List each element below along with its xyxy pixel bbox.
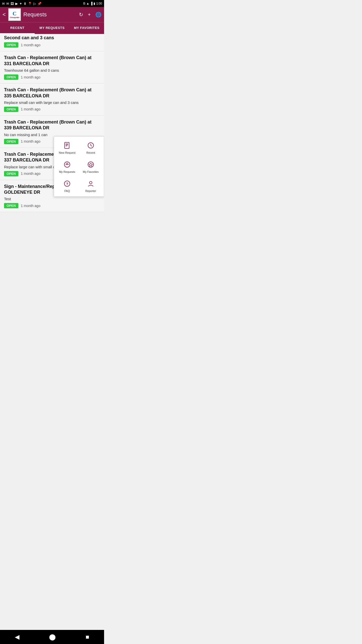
- request-title: Trash Can - Replacement (Brown Can) at 3…: [4, 87, 100, 99]
- popup-new-request-label: New Request: [59, 151, 75, 154]
- my-requests-icon: [62, 160, 72, 169]
- list-item[interactable]: Sign - Maintenance/Repair at 1802 GOLDEN…: [0, 180, 104, 212]
- popup-faq[interactable]: ? FAQ: [57, 177, 78, 194]
- svg-rect-0: [65, 142, 69, 148]
- svg-point-8: [88, 162, 94, 167]
- gallery-icon: 🖼: [11, 2, 14, 6]
- recent-icon: [86, 141, 96, 150]
- logo-letter: C: [10, 11, 19, 17]
- svg-text:?: ?: [66, 182, 68, 186]
- request-title: Second can and 3 cans: [4, 35, 100, 41]
- status-bar: ✉ ✉ 🖼 ▶ ✦ ⬇ 📍 ▷ 📌 B ▲ ▐ ▮ 1:00: [0, 0, 104, 7]
- windmill-icon: ✦: [19, 2, 22, 6]
- request-time: 1 month ago: [21, 172, 40, 176]
- logo-subtitle: Chesapeake: [10, 17, 19, 19]
- popup-my-requests-label: My Requests: [59, 170, 75, 173]
- maps2-icon: 📌: [37, 2, 41, 6]
- request-title: Trash Can - Replacement (Brown Can) at 3…: [4, 119, 100, 131]
- status-badge: OPEN: [4, 171, 18, 176]
- popup-my-requests[interactable]: My Requests: [57, 158, 78, 175]
- request-desc: No can missing and 1 can: [4, 133, 100, 137]
- svg-marker-9: [89, 163, 93, 166]
- list-item[interactable]: Second can and 3 cans OPEN 1 month ago: [0, 34, 104, 51]
- request-time: 1 month ago: [21, 139, 40, 143]
- app-logo: C Chesapeake: [8, 8, 21, 21]
- status-bar-right: B ▲ ▐ ▮ 1:00: [83, 2, 102, 5]
- bluetooth-icon: B: [83, 2, 85, 5]
- header-actions: ↻ + 🌐: [79, 12, 102, 18]
- request-desc: Replace small can with large can and 3 c…: [4, 100, 100, 105]
- list-item[interactable]: Trash Can - Replacement (Brown Can) at 3…: [0, 84, 104, 116]
- faq-icon: ?: [62, 179, 72, 188]
- popup-reporter[interactable]: Reporter: [80, 177, 101, 194]
- request-time: 1 month ago: [21, 204, 40, 208]
- popup-new-request[interactable]: New Request: [57, 139, 78, 156]
- request-meta: OPEN 1 month ago: [4, 107, 100, 112]
- status-badge: OPEN: [4, 139, 18, 144]
- popup-recent[interactable]: Recent: [80, 139, 101, 156]
- refresh-button[interactable]: ↻: [79, 12, 83, 18]
- play-icon: ▷: [33, 2, 36, 6]
- status-badge: OPEN: [4, 107, 18, 112]
- request-title: Trash Can - Replacement (Brown Can) at 3…: [4, 55, 100, 67]
- globe-button[interactable]: 🌐: [95, 12, 102, 18]
- back-button[interactable]: <: [3, 11, 6, 18]
- tab-recent[interactable]: RECENT: [0, 22, 35, 34]
- mail-icon: ✉: [2, 2, 5, 6]
- my-favorites-icon: [86, 160, 96, 169]
- tab-my-favorites[interactable]: MY FAVORITES: [69, 22, 104, 34]
- request-time: 1 month ago: [21, 107, 40, 111]
- status-badge: OPEN: [4, 203, 18, 208]
- request-time: 1 month ago: [21, 75, 40, 79]
- request-desc: Test: [4, 197, 100, 201]
- request-meta: OPEN 1 month ago: [4, 74, 100, 80]
- status-bar-left: ✉ ✉ 🖼 ▶ ✦ ⬇ 📍 ▷ 📌: [2, 2, 41, 6]
- clock: 1:00: [96, 2, 102, 5]
- popup-menu: New Request Recent: [54, 136, 104, 197]
- request-time: 1 month ago: [21, 43, 40, 47]
- wifi-icon: ▲: [86, 2, 89, 5]
- popup-reporter-label: Reporter: [85, 189, 96, 192]
- request-meta: OPEN 1 month ago: [4, 203, 100, 208]
- popup-recent-label: Recent: [86, 151, 95, 154]
- signal-icon: ▐: [90, 2, 93, 5]
- status-badge: OPEN: [4, 42, 18, 48]
- reporter-icon: [86, 179, 96, 188]
- page-title: Requests: [23, 11, 76, 18]
- header: < C Chesapeake Requests ↻ + 🌐: [0, 7, 104, 22]
- list-item[interactable]: Trash Can - Replacement (Brown Can) at 3…: [0, 51, 104, 84]
- add-button[interactable]: +: [88, 12, 91, 18]
- tab-my-requests[interactable]: MY REQUESTS: [35, 22, 69, 34]
- battery-icon: ▮: [94, 2, 95, 5]
- request-desc: Townhouse 64 gallon and 0 cans: [4, 68, 100, 72]
- popup-my-favorites-label: My Favorites: [83, 170, 99, 173]
- maps-icon: 📍: [28, 2, 32, 6]
- request-list: Second can and 3 cans OPEN 1 month ago T…: [0, 34, 104, 212]
- svg-point-12: [89, 181, 92, 184]
- status-badge: OPEN: [4, 74, 18, 80]
- youtube-icon: ▶: [15, 2, 18, 6]
- request-meta: OPEN 1 month ago: [4, 42, 100, 48]
- popup-faq-label: FAQ: [64, 189, 70, 192]
- download-icon: ⬇: [24, 2, 26, 6]
- popup-my-favorites[interactable]: My Favorites: [80, 158, 101, 175]
- tab-bar: RECENT MY REQUESTS MY FAVORITES: [0, 22, 104, 34]
- mail2-icon: ✉: [6, 2, 9, 6]
- new-request-icon: [62, 141, 72, 150]
